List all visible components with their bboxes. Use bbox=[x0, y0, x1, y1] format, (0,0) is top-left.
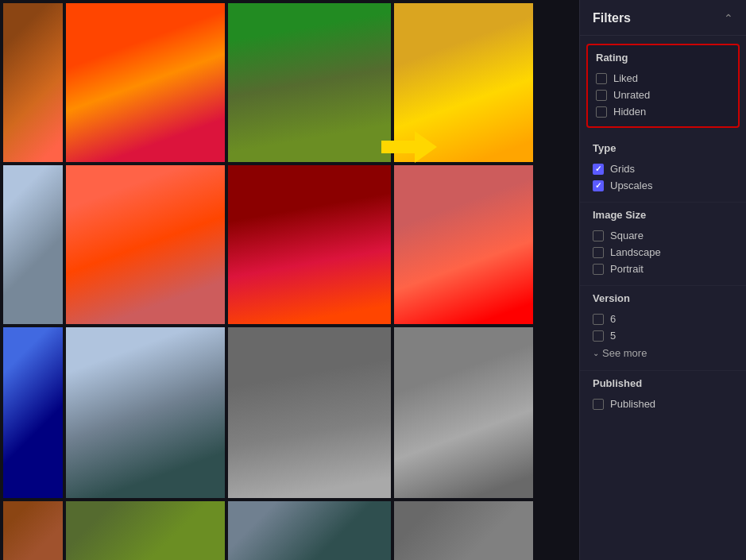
upscales-checkbox[interactable] bbox=[593, 180, 604, 191]
gallery-item[interactable] bbox=[66, 501, 225, 560]
portrait-checkbox[interactable] bbox=[593, 264, 604, 275]
type-section: Type Grids Upscales bbox=[580, 136, 746, 203]
gallery-item[interactable] bbox=[228, 501, 391, 560]
gallery-item[interactable] bbox=[3, 3, 63, 162]
rating-unrated-item[interactable]: Unrated bbox=[596, 87, 730, 103]
collapse-icon[interactable]: ⌃ bbox=[724, 12, 733, 25]
rating-liked-item[interactable]: Liked bbox=[596, 70, 730, 87]
hidden-checkbox[interactable] bbox=[596, 106, 607, 118]
gallery-item[interactable] bbox=[228, 327, 391, 498]
hidden-label: Hidden bbox=[613, 106, 646, 118]
square-label: Square bbox=[610, 230, 644, 241]
liked-label: Liked bbox=[613, 72, 638, 84]
chevron-down-icon: ⌄ bbox=[593, 349, 599, 357]
gallery-item[interactable] bbox=[66, 165, 225, 324]
published-section-label: Published bbox=[593, 377, 733, 389]
size-square-item[interactable]: Square bbox=[593, 227, 733, 244]
see-more-button[interactable]: ⌄ See more bbox=[593, 344, 647, 362]
gallery-item[interactable] bbox=[66, 3, 225, 162]
type-upscales-item[interactable]: Upscales bbox=[593, 177, 733, 194]
filters-sidebar: Filters ⌃ Rating Liked Unrated Hidden Ty… bbox=[579, 0, 746, 560]
see-more-label: See more bbox=[602, 347, 647, 359]
filters-title: Filters bbox=[593, 11, 631, 25]
portrait-label: Portrait bbox=[610, 263, 644, 275]
type-grids-item[interactable]: Grids bbox=[593, 160, 733, 177]
landscape-checkbox[interactable] bbox=[593, 247, 604, 258]
published-section: Published Published bbox=[580, 371, 746, 420]
square-checkbox[interactable] bbox=[593, 230, 604, 241]
upscales-label: Upscales bbox=[610, 180, 652, 191]
gallery-item[interactable] bbox=[66, 327, 225, 498]
image-size-label: Image Size bbox=[593, 209, 733, 221]
grids-checkbox[interactable] bbox=[593, 164, 604, 175]
rating-section: Rating Liked Unrated Hidden bbox=[586, 44, 740, 128]
gallery-item[interactable] bbox=[3, 327, 63, 498]
gallery-item[interactable] bbox=[394, 165, 533, 324]
liked-checkbox[interactable] bbox=[596, 73, 607, 84]
v5-checkbox[interactable] bbox=[593, 330, 604, 342]
gallery-item[interactable] bbox=[394, 327, 533, 498]
rating-label: Rating bbox=[596, 52, 730, 64]
published-checkbox[interactable] bbox=[593, 399, 604, 410]
version-label: Version bbox=[593, 292, 733, 304]
unrated-label: Unrated bbox=[613, 89, 650, 101]
gallery-item[interactable] bbox=[3, 501, 63, 560]
v5-label: 5 bbox=[610, 330, 616, 342]
version-6-item[interactable]: 6 bbox=[593, 311, 733, 327]
gallery-grid bbox=[0, 0, 579, 560]
unrated-checkbox[interactable] bbox=[596, 90, 607, 101]
gallery-item[interactable] bbox=[3, 165, 63, 324]
published-label: Published bbox=[610, 398, 655, 410]
rating-hidden-item[interactable]: Hidden bbox=[596, 103, 730, 120]
version-section: Version 6 5 ⌄ See more bbox=[580, 286, 746, 371]
v6-checkbox[interactable] bbox=[593, 314, 604, 325]
type-label: Type bbox=[593, 142, 733, 154]
v6-label: 6 bbox=[610, 313, 616, 325]
gallery-area bbox=[0, 0, 579, 560]
gallery-item[interactable] bbox=[394, 3, 533, 162]
published-item[interactable]: Published bbox=[593, 396, 733, 412]
gallery-item[interactable] bbox=[228, 165, 391, 324]
filters-header: Filters ⌃ bbox=[580, 0, 746, 36]
grids-label: Grids bbox=[610, 163, 635, 175]
gallery-item[interactable] bbox=[394, 501, 533, 560]
size-portrait-item[interactable]: Portrait bbox=[593, 261, 733, 277]
size-landscape-item[interactable]: Landscape bbox=[593, 244, 733, 261]
version-5-item[interactable]: 5 bbox=[593, 327, 733, 344]
landscape-label: Landscape bbox=[610, 246, 661, 258]
gallery-item[interactable] bbox=[228, 3, 391, 162]
image-size-section: Image Size Square Landscape Portrait bbox=[580, 203, 746, 286]
